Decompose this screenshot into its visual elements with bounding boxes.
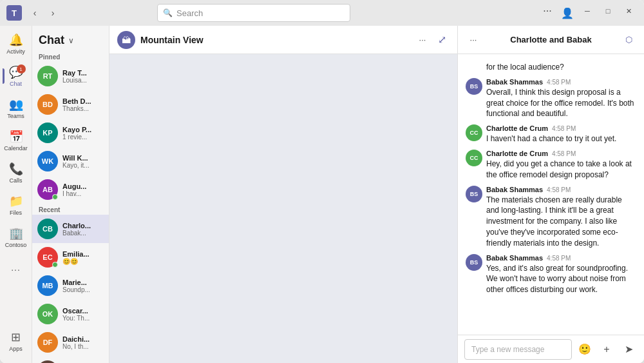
chat-window-header: 🏔 Mountain View ··· ⤢ [109, 26, 457, 54]
chat-item-name-emilia: Emilia... [62, 250, 104, 258]
sidebar-bottom: ⊞ Apps [3, 326, 30, 358]
add-button[interactable]: + [598, 340, 616, 358]
chat-item-kayo[interactable]: KP Kayo P... 1 revie... [32, 119, 109, 147]
chat-item-info-beth: Beth D... Thanks... [62, 97, 104, 112]
right-panel: ··· Charlotte and Babak ⬡ for the local … [457, 26, 644, 363]
message-row-charlotte-2: CC Charlotte de Crum 4:58 PM Hey, did yo… [466, 150, 636, 181]
chat-item-name-will: Will K... [62, 154, 104, 162]
chat-item-marie[interactable]: MB Marie... Soundp... [32, 271, 109, 300]
close-button[interactable]: ✕ [620, 5, 638, 17]
more-icon: ··· [11, 264, 21, 275]
msg-time-charlotte-2: 4:58 PM [552, 150, 576, 157]
search-bar[interactable]: 🔍 Search [157, 4, 350, 22]
contoso-label: Contoso [5, 242, 27, 248]
msg-text-charlotte-2: Hey, did you get a chance to take a look… [486, 159, 636, 181]
back-button[interactable]: ‹ [27, 5, 43, 21]
teams-label: Teams [7, 113, 24, 119]
msg-sender-babak-3: Babak Shammas [486, 254, 543, 262]
message-input[interactable]: Type a new message [464, 339, 572, 360]
avatar-august: AB [37, 179, 58, 200]
chat-window: 🏔 Mountain View ··· ⤢ [109, 26, 457, 363]
chat-badge: 1 [17, 64, 26, 74]
chat-item-preview-marie: Soundp... [62, 286, 104, 293]
chat-item-charlotte[interactable]: CB Charlo... Babak... [32, 215, 109, 243]
icon-sidebar: 🔔 Activity 💬 Chat 1 👥 Teams 📅 Calendar 📞… [0, 26, 32, 363]
msg-content-babak-2: Babak Shammas 4:58 PM The materials chos… [486, 186, 636, 249]
sidebar-item-calendar[interactable]: 📅 Calendar [3, 125, 30, 156]
recent-label: Recent [32, 204, 109, 215]
teams-logo: T [6, 5, 22, 21]
chat-item-august[interactable]: AB Augu... I hav... [32, 175, 109, 204]
right-panel-right-actions: ⬡ [621, 32, 636, 48]
msg-text-babak-3: Yes, and it's also great for soundproofi… [486, 263, 636, 295]
chat-item-preview-daichi: No, I th... [62, 343, 104, 350]
chat-more-options[interactable]: ··· [415, 32, 430, 48]
avatar-kayo: KP [37, 123, 58, 143]
right-panel-left-actions: ··· [466, 32, 481, 48]
right-panel-expand[interactable]: ⬡ [621, 32, 636, 48]
chat-item-will[interactable]: WK Will K... Kayo, it... [32, 147, 109, 175]
avatar-marie: MB [37, 275, 58, 296]
minimize-button[interactable]: ─ [578, 5, 596, 17]
msg-text-babak-2: The materials chosen are really durable … [486, 195, 636, 249]
chat-pop-out[interactable]: ⤢ [434, 32, 450, 48]
app-body: 🔔 Activity 💬 Chat 1 👥 Teams 📅 Calendar 📞… [0, 26, 644, 363]
chat-list-title: Chat [39, 34, 64, 47]
right-panel-more[interactable]: ··· [466, 32, 481, 48]
chat-item-name-kayo: Kayo P... [62, 126, 104, 133]
chat-item-preview-ray: Louisa... [62, 77, 104, 84]
sidebar-item-activity[interactable]: 🔔 Activity [3, 28, 30, 59]
sidebar-item-more[interactable]: ··· [3, 254, 30, 285]
chat-list-header: Chat ∨ [32, 26, 109, 51]
apps-label: Apps [9, 346, 23, 352]
avatar-charlotte: CB [37, 219, 58, 239]
message-continuation: for the local audience? [466, 62, 636, 73]
msg-sender-charlotte-1: Charlotte de Crum [486, 124, 548, 132]
chat-list-panel: Chat ∨ Pinned RT Ray T... Louisa... BD B… [32, 26, 109, 363]
message-input-bar: Type a new message 🙂 + ➤ [458, 335, 644, 363]
window-controls: ··· 👤 ─ □ ✕ [538, 5, 638, 21]
sidebar-item-contoso[interactable]: 🏢 Contoso [3, 222, 30, 253]
msg-time-charlotte-1: 4:58 PM [552, 125, 576, 132]
send-button[interactable]: ➤ [620, 340, 638, 358]
avatar-babak-2: BS [466, 186, 482, 202]
status-august [52, 194, 58, 200]
apps-icon: ⊞ [11, 330, 21, 344]
sidebar-item-teams[interactable]: 👥 Teams [3, 93, 30, 124]
chat-item-kian[interactable]: KL Kian L... Have y... [32, 357, 109, 363]
msg-content-charlotte-2: Charlotte de Crum 4:58 PM Hey, did you g… [486, 150, 636, 181]
maximize-button[interactable]: □ [599, 5, 617, 17]
sidebar-item-apps[interactable]: ⊞ Apps [3, 326, 30, 357]
message-row-babak-2: BS Babak Shammas 4:58 PM The materials c… [466, 186, 636, 249]
chat-item-name-ray: Ray T... [62, 69, 104, 77]
sidebar-item-calls[interactable]: 📞 Calls [3, 157, 30, 188]
right-panel-messages: for the local audience? BS Babak Shammas… [458, 54, 644, 335]
chat-item-info-oscar: Oscar... You: Th... [62, 307, 104, 322]
chat-item-preview-august: I hav... [62, 190, 104, 197]
msg-sender-babak-1: Babak Shammas [486, 78, 543, 86]
emoji-button[interactable]: 🙂 [576, 340, 594, 358]
chat-item-beth[interactable]: BD Beth D... Thanks... [32, 90, 109, 119]
forward-button[interactable]: › [45, 5, 61, 21]
msg-time-babak-3: 4:58 PM [547, 255, 571, 262]
sidebar-item-files[interactable]: 📁 Files [3, 190, 30, 221]
message-row-babak-3: BS Babak Shammas 4:58 PM Yes, and it's a… [466, 254, 636, 295]
avatar-babak-3: BS [466, 254, 482, 271]
message-row-babak-1: BS Babak Shammas 4:58 PM Overall, I thin… [466, 78, 636, 119]
inner-split: 🏔 Mountain View ··· ⤢ ··· [109, 26, 644, 363]
msg-time-babak-1: 4:58 PM [547, 79, 571, 86]
user-avatar-icon[interactable]: 👤 [559, 5, 576, 21]
right-panel-title: Charlotte and Babak [486, 35, 616, 44]
chat-chevron-icon[interactable]: ∨ [68, 36, 74, 45]
sidebar-item-chat[interactable]: 💬 Chat 1 [3, 61, 30, 92]
msg-text-babak-1: Overall, I think this design proposal is… [486, 87, 636, 119]
status-emilia [52, 262, 58, 268]
msg-time-babak-2: 4:58 PM [547, 186, 571, 193]
more-options-button[interactable]: ··· [538, 5, 556, 17]
chat-item-emilia[interactable]: EC Emilia... 😊😊 [32, 243, 109, 271]
chat-item-ray[interactable]: RT Ray T... Louisa... [32, 62, 109, 90]
chat-item-oscar[interactable]: OK Oscar... You: Th... [32, 300, 109, 328]
nav-buttons: ‹ › [27, 5, 61, 21]
teams-icon: 👥 [9, 97, 23, 112]
chat-item-daichi[interactable]: DF Daichi... No, I th... [32, 328, 109, 357]
